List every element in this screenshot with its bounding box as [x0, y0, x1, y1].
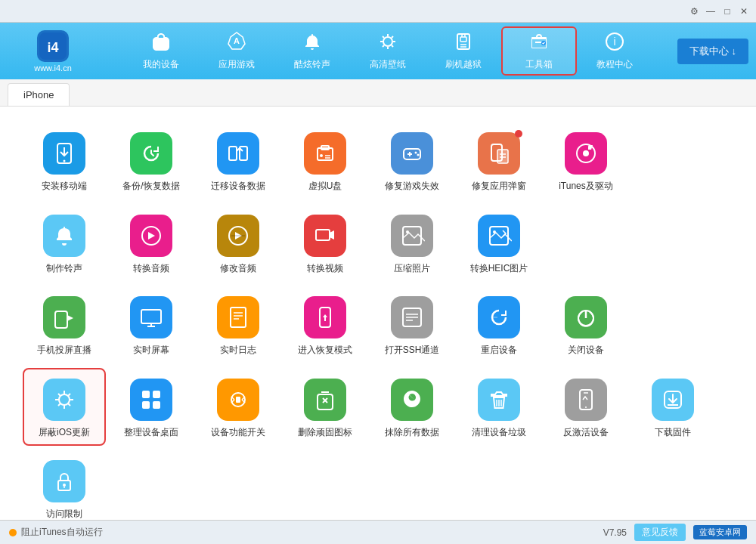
statusbar: 阻止iTunes自动运行 V7.95 意见反馈 蓝莓安卓网 — [0, 520, 756, 544]
svg-point-65 — [59, 394, 70, 405]
info-icon: i — [604, 31, 625, 55]
svg-rect-84 — [318, 394, 333, 410]
svg-point-39 — [583, 150, 589, 156]
tool-access-limit[interactable]: 访问限制 — [23, 450, 106, 520]
tool-delete-stubborn[interactable]: 删除顽固图标 — [284, 368, 367, 447]
tool-row-3: 屏蔽iOS更新整理设备桌面设备功能开关删除顽固图标抹除所有数据清理设备垃圾反激活… — [23, 368, 733, 447]
tool-backup-restore-label: 备份/恢复数据 — [122, 181, 179, 193]
svg-line-70 — [58, 394, 60, 396]
nav-wallpaper[interactable]: 高清壁纸 — [350, 26, 426, 76]
nav-wallpaper-label: 高清壁纸 — [370, 58, 406, 71]
close-button[interactable]: ✕ — [738, 5, 750, 17]
notification-badge — [515, 130, 522, 138]
tool-device-switch[interactable]: 设备功能开关 — [197, 368, 280, 447]
nav-ringtones[interactable]: 酷炫铃声 — [274, 26, 350, 76]
tool-convert-audio-label: 转换音频 — [133, 263, 169, 275]
tool-organize-desktop[interactable]: 整理设备桌面 — [110, 368, 193, 447]
svg-rect-79 — [236, 397, 240, 403]
tool-shutdown-device[interactable]: 关闭设备 — [544, 286, 627, 364]
svg-text:i: i — [613, 36, 615, 48]
svg-point-3 — [383, 37, 392, 46]
apps-icon: A — [226, 31, 247, 55]
tool-real-screen[interactable]: 实时屏幕 — [110, 286, 193, 364]
tool-screen-cast[interactable]: 手机投屏直播 — [23, 286, 106, 364]
nav-ringtones-label: 酷炫铃声 — [294, 58, 330, 71]
svg-line-71 — [68, 403, 70, 406]
svg-line-8 — [383, 36, 384, 38]
tool-virtual-udisk[interactable]: 虚拟U盘 — [284, 122, 367, 200]
tool-wipe-data-label: 抹除所有数据 — [385, 427, 439, 439]
wallpaper-icon — [377, 31, 398, 55]
nav-my-device[interactable]: 我的设备 — [123, 26, 199, 76]
tool-restart-device[interactable]: 重启设备 — [457, 286, 541, 364]
tool-fix-game[interactable]: 修复游戏失效 — [370, 122, 454, 200]
settings-icon[interactable]: ⚙ — [688, 5, 700, 17]
tool-deactivate[interactable]: 反激活设备 — [544, 368, 627, 447]
navbar: i4 www.i4.cn 我的设备 A 应用游戏 — [0, 23, 756, 79]
tool-grid: 安装移动端备份/恢复数据迁移设备数据虚拟U盘修复游戏失效修复应用弹窗iTunes… — [23, 122, 733, 520]
tool-edit-audio[interactable]: 修改音频 — [197, 204, 280, 283]
tool-itunes-driver[interactable]: iTunes及驱动 — [544, 122, 627, 200]
svg-rect-22 — [229, 147, 237, 160]
tool-row-1: 制作铃声转换音频修改音频转换视频压缩照片转换HEIC图片 — [23, 204, 733, 283]
tool-convert-video[interactable]: 转换视频 — [284, 204, 367, 283]
download-button[interactable]: 下载中心 ↓ — [677, 39, 748, 64]
svg-rect-13 — [460, 37, 466, 42]
nav-items: 我的设备 A 应用游戏 酷炫铃声 — [106, 26, 670, 76]
tool-migrate-data-label: 迁移设备数据 — [211, 181, 265, 193]
svg-rect-75 — [153, 391, 160, 398]
tool-convert-heic[interactable]: 转换HEIC图片 — [457, 204, 541, 283]
tool-clean-junk[interactable]: 清理设备垃圾 — [457, 368, 541, 447]
nav-jailbreak[interactable]: 刷机越狱 — [426, 26, 501, 76]
tool-block-ios-update[interactable]: 屏蔽iOS更新 — [23, 368, 106, 447]
tool-migrate-data[interactable]: 迁移设备数据 — [197, 122, 280, 200]
maximize-button[interactable]: □ — [721, 5, 733, 17]
apple-icon — [150, 31, 172, 55]
nav-tutorials-label: 教程中心 — [596, 58, 633, 71]
svg-point-32 — [415, 152, 417, 154]
tool-convert-audio[interactable]: 转换音频 — [110, 204, 193, 283]
tool-open-ssh-label: 打开SSH通道 — [385, 345, 440, 357]
svg-point-45 — [406, 230, 409, 233]
tabbar: iPhone — [0, 79, 756, 107]
main-content: 安装移动端备份/恢复数据迁移设备数据虚拟U盘修复游戏失效修复应用弹窗iTunes… — [0, 107, 756, 520]
logo-area: i4 www.i4.cn — [8, 30, 98, 73]
svg-rect-49 — [141, 310, 161, 323]
svg-rect-77 — [153, 401, 160, 409]
tool-real-screen-label: 实时屏幕 — [133, 345, 169, 357]
tool-real-log[interactable]: 实时日志 — [197, 286, 280, 364]
tool-compress-photos[interactable]: 压缩照片 — [370, 204, 454, 283]
tool-make-ringtone[interactable]: 制作铃声 — [23, 204, 106, 283]
svg-line-9 — [392, 45, 393, 47]
status-dot-icon — [9, 529, 17, 536]
nav-jailbreak-label: 刷机越狱 — [445, 58, 482, 71]
svg-rect-53 — [231, 308, 246, 327]
tool-fix-popup[interactable]: 修复应用弹窗 — [457, 122, 541, 200]
tool-row-4: 访问限制 — [23, 450, 733, 520]
svg-point-20 — [64, 160, 66, 162]
tool-convert-video-label: 转换视频 — [307, 263, 343, 275]
nav-toolbox[interactable]: 工具箱 — [501, 26, 577, 76]
tool-wipe-data[interactable]: 抹除所有数据 — [370, 368, 454, 447]
nav-tutorials[interactable]: i 教程中心 — [577, 26, 652, 76]
feedback-button[interactable]: 意见反馈 — [634, 524, 686, 541]
logo-url: www.i4.cn — [34, 63, 72, 73]
tool-install-mobile[interactable]: 安装移动端 — [23, 122, 106, 200]
tool-open-ssh[interactable]: 打开SSH通道 — [370, 286, 454, 364]
tool-device-switch-label: 设备功能开关 — [211, 427, 265, 439]
tool-download-firmware[interactable]: 下载固件 — [631, 368, 714, 447]
tool-recovery-mode[interactable]: 进入恢复模式 — [284, 286, 367, 364]
tool-backup-restore[interactable]: 备份/恢复数据 — [110, 122, 193, 200]
svg-point-93 — [585, 406, 587, 408]
tool-fix-game-label: 修复游戏失效 — [385, 181, 439, 193]
blueberry-logo: 蓝莓安卓网 — [693, 525, 747, 539]
minimize-button[interactable]: — — [705, 5, 717, 17]
tab-iphone[interactable]: iPhone — [8, 83, 70, 106]
svg-point-97 — [63, 484, 66, 487]
nav-my-device-label: 我的设备 — [143, 58, 179, 71]
toolbox-icon — [528, 31, 550, 55]
tool-deactivate-label: 反激活设备 — [563, 427, 609, 439]
nav-apps-games[interactable]: A 应用游戏 — [199, 26, 274, 76]
tool-itunes-driver-label: iTunes及驱动 — [559, 181, 613, 193]
version-badge: V7.95 — [603, 527, 627, 538]
